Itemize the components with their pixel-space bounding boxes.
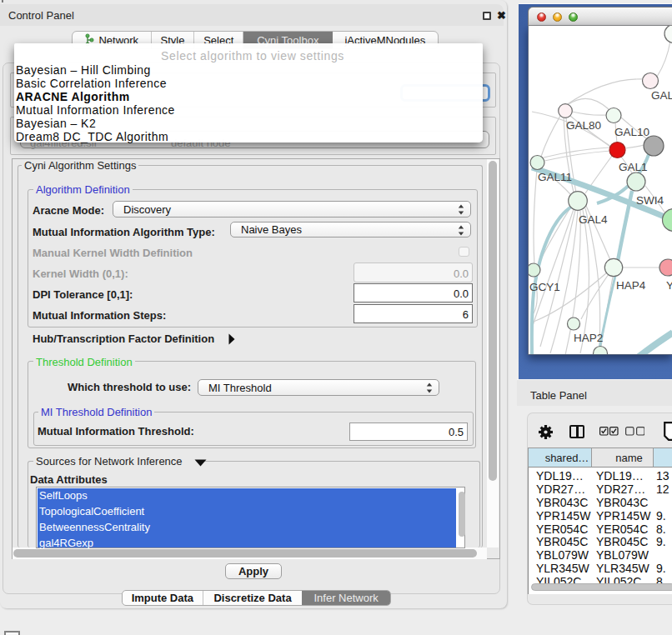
svg-text:SWI4: SWI4 [636,194,664,207]
svg-text:GAL2: GAL2 [651,89,672,102]
svg-text:HAP2: HAP2 [574,332,603,344]
svg-text:GAL1: GAL1 [619,161,648,173]
svg-text:GAL10: GAL10 [614,126,649,138]
svg-text:GAL4: GAL4 [579,213,608,226]
svg-text:GCY1: GCY1 [529,281,560,293]
svg-text:YM: YM [666,279,672,292]
svg-text:HAP4: HAP4 [616,279,646,292]
svg-text:GAL80: GAL80 [566,119,601,132]
svg-text:GAL11: GAL11 [538,171,572,183]
